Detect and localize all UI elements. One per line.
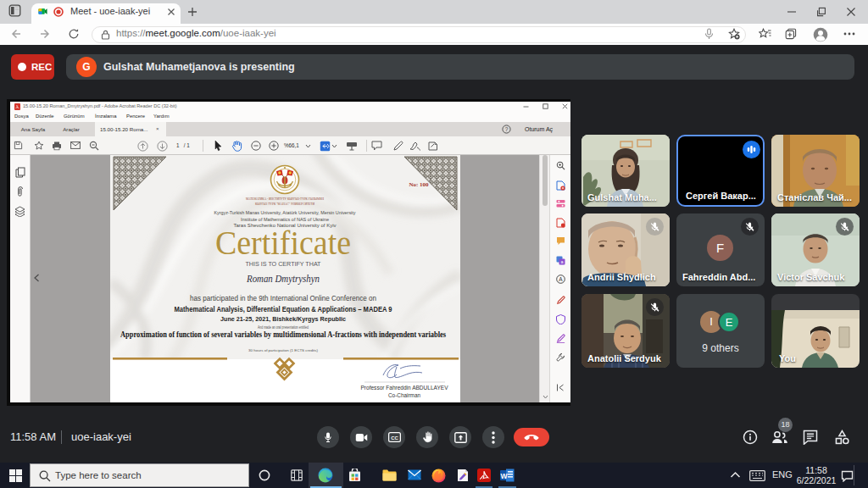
svg-text:МАТЕМАТИКА - ИНСТИТУТУ КЫРГЫЗ-: МАТЕМАТИКА - ИНСТИТУТУ КЫРГЫЗ-ТҮРК ГЫЛЫМ… [246, 197, 324, 201]
svg-text:КЫРГЫЗ ТҮРК "МАНАС" УНИВЕРСИТЕ: КЫРГЫЗ ТҮРК "МАНАС" УНИВЕРСИТЕТИ [255, 202, 314, 206]
svg-text:Professor Fahreddin ABDULLAYEV: Professor Fahreddin ABDULLAYEV [361, 384, 448, 391]
svg-text:A: A [559, 276, 563, 282]
svg-text:Kyrgyz-Turkish Manas Universit: Kyrgyz-Turkish Manas University, Atatürk… [214, 209, 357, 215]
svg-text:Roman Dmytryshyn: Roman Dmytryshyn [246, 273, 320, 285]
svg-text:has participated in the 9th In: has participated in the 9th Internationa… [190, 294, 376, 302]
svg-text:No: 100: No: 100 [409, 181, 429, 188]
svg-text:W: W [500, 472, 508, 480]
svg-text:CC: CC [391, 435, 398, 441]
svg-text:Certificate: Certificate [215, 224, 351, 262]
svg-text:Approximation of function of s: Approximation of function of several var… [120, 330, 446, 339]
svg-text:THIS IS TO CERTIFY THAT: THIS IS TO CERTIFY THAT [246, 260, 322, 268]
svg-text:Mathematical Analysis, Differe: Mathematical Analysis, Differential Equa… [175, 305, 392, 313]
svg-text:?: ? [505, 126, 509, 132]
svg-text:30 hours of participation (1 E: 30 hours of participation (1 ECTS credit… [248, 348, 319, 352]
svg-text:June 21-25, 2021, Bishkek/Kyrg: June 21-25, 2021, Bishkek/Kyrgys Republi… [220, 315, 346, 323]
svg-text:Institute of Mathematics of NA: Institute of Mathematics of NAS of Ukrai… [241, 216, 329, 222]
svg-text:Co-Chairman: Co-Chairman [388, 391, 420, 399]
